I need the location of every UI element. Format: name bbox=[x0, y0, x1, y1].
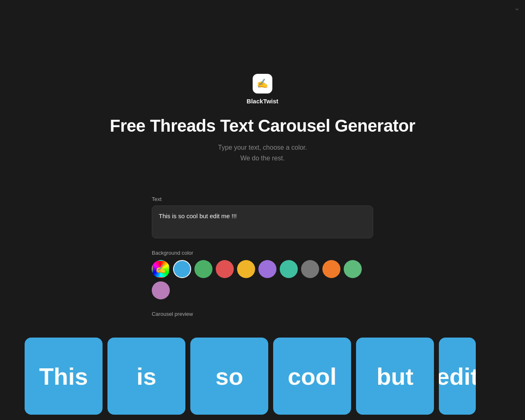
carousel-card-word: cool bbox=[288, 363, 336, 390]
carousel-card-word: This bbox=[39, 363, 88, 390]
color-swatch-purple[interactable] bbox=[258, 260, 276, 278]
carousel-preview: Thisissocoolbutedit bbox=[0, 336, 525, 415]
carousel-card: cool bbox=[273, 338, 351, 415]
color-label: Background color bbox=[152, 250, 373, 256]
carousel-card: so bbox=[190, 338, 268, 415]
form-section: Text Background color ✍ Carousel preview bbox=[152, 196, 373, 324]
color-swatch-green[interactable] bbox=[194, 260, 212, 278]
carousel-card-word: edit bbox=[439, 363, 476, 390]
carousel-card-word: so bbox=[215, 363, 243, 390]
subtitle-line1: Type your text, choose a color. bbox=[218, 142, 307, 153]
color-swatch-black[interactable] bbox=[173, 281, 191, 299]
color-swatch-mauve[interactable] bbox=[152, 281, 170, 299]
carousel-row: Thisissocoolbutedit bbox=[25, 336, 500, 415]
carousel-card-word: is bbox=[137, 363, 156, 390]
color-swatch-gray[interactable] bbox=[301, 260, 319, 278]
carousel-card: but bbox=[356, 338, 434, 415]
carousel-card: edit bbox=[439, 338, 476, 415]
color-swatch-yellow[interactable] bbox=[237, 260, 255, 278]
color-swatches: ✍ bbox=[152, 260, 373, 299]
main-title: Free Threads Text Carousel Generator bbox=[110, 116, 415, 136]
subtitle: Type your text, choose a color. We do th… bbox=[218, 142, 307, 163]
logo-section: ✍ BlackTwist bbox=[247, 74, 278, 105]
carousel-card-word: but bbox=[377, 363, 413, 390]
logo-name: BlackTwist bbox=[247, 98, 278, 105]
color-swatch-orange[interactable] bbox=[322, 260, 340, 278]
carousel-section: Carousel preview bbox=[152, 311, 373, 317]
logo-icon: ✍ bbox=[253, 74, 272, 94]
corner-icon: ⌄ bbox=[514, 3, 520, 12]
color-swatch-rainbow[interactable]: ✍ bbox=[152, 260, 170, 278]
carousel-card: This bbox=[25, 338, 103, 415]
color-swatch-blue[interactable] bbox=[173, 260, 191, 278]
color-section: Background color ✍ bbox=[152, 250, 373, 299]
text-field-group: Text bbox=[152, 196, 373, 240]
color-swatch-teal[interactable] bbox=[280, 260, 298, 278]
color-swatch-light-green[interactable] bbox=[344, 260, 362, 278]
text-input[interactable] bbox=[152, 205, 373, 238]
text-label: Text bbox=[152, 196, 373, 202]
carousel-label: Carousel preview bbox=[152, 311, 373, 317]
subtitle-line2: We do the rest. bbox=[218, 153, 307, 164]
color-swatch-red[interactable] bbox=[216, 260, 234, 278]
carousel-card: is bbox=[107, 338, 185, 415]
